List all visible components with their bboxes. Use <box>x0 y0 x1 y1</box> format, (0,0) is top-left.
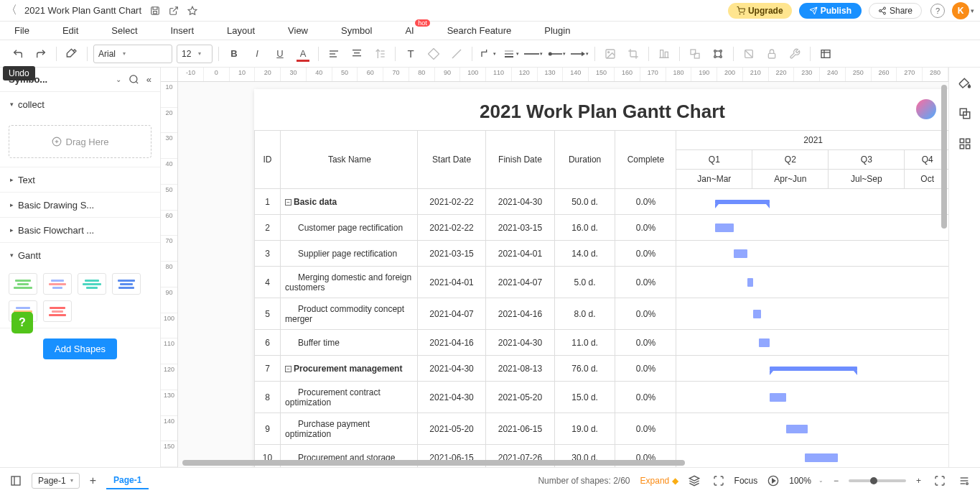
layers-icon[interactable] <box>955 103 975 124</box>
publish-button[interactable]: Publish <box>799 3 862 19</box>
paint-bucket-icon[interactable] <box>955 73 975 93</box>
focus-label[interactable]: Focus <box>734 476 758 486</box>
share-button[interactable]: Share <box>869 3 922 19</box>
font-family-dropdown[interactable]: Arial▾ <box>93 45 172 63</box>
align-h-button[interactable] <box>325 45 343 63</box>
timeline-q1: Q1 <box>676 150 752 170</box>
font-size-dropdown[interactable]: 12▾ <box>177 45 213 63</box>
menu-symbol[interactable]: Symbol <box>341 25 372 36</box>
add-shapes-button[interactable]: Add Shapes <box>43 338 117 359</box>
gantt-shape-thumb[interactable] <box>43 300 72 322</box>
expand-link[interactable]: Expand ◆ <box>640 476 678 486</box>
table-row[interactable]: 8Procurement contract optimization2021-0… <box>255 382 949 413</box>
menu-insert[interactable]: Insert <box>171 25 195 36</box>
collapse-sidebar-icon[interactable]: « <box>146 74 151 85</box>
avatar-caret-icon[interactable]: ▾ <box>971 7 974 14</box>
menu-select[interactable]: Select <box>111 25 137 36</box>
svg-point-10 <box>883 12 885 14</box>
fullscreen-icon[interactable] <box>931 475 948 487</box>
align-v-button[interactable] <box>347 45 366 63</box>
app-logo-icon <box>916 99 936 119</box>
underline-button[interactable]: U <box>271 45 289 63</box>
zoom-slider[interactable] <box>849 479 906 482</box>
menu-view[interactable]: View <box>288 25 308 36</box>
layers-bottom-icon[interactable] <box>686 475 703 487</box>
page-selector-dropdown[interactable]: Page-1▾ <box>32 473 80 489</box>
table-row[interactable]: 7−Procurement management2021-04-302021-0… <box>255 356 949 382</box>
gantt-shape-thumb[interactable] <box>78 273 106 295</box>
align-objects-button[interactable] <box>655 45 673 63</box>
format-painter-button[interactable] <box>62 45 81 63</box>
star-icon[interactable] <box>187 6 197 16</box>
undo-button[interactable] <box>9 45 27 63</box>
help-icon[interactable]: ? <box>930 4 945 18</box>
canvas[interactable]: -100102030405060708090100110120130140150… <box>161 68 948 467</box>
canvas-scrollbar-horizontal[interactable] <box>182 460 938 466</box>
gantt-shape-thumb[interactable] <box>112 273 141 295</box>
add-page-button[interactable]: + <box>87 474 99 487</box>
arrow-end-button[interactable]: ▾ <box>570 45 589 63</box>
bold-button[interactable]: B <box>225 45 243 63</box>
upgrade-button[interactable]: Upgrade <box>728 3 792 19</box>
italic-button[interactable]: I <box>248 45 266 63</box>
zoom-out-button[interactable]: − <box>831 476 841 486</box>
page-canvas-content[interactable]: 2021 Work Plan Gantt Chart ID Task Name … <box>254 89 948 467</box>
menu-edit[interactable]: Edit <box>62 25 78 36</box>
menu-ai[interactable]: AIhot <box>405 25 414 36</box>
sidebar-section-basic-flowchart[interactable]: ▸Basic Flowchart ... <box>0 218 160 242</box>
sidebar-title-caret-icon[interactable]: ⌄ <box>116 75 121 83</box>
focus-icon[interactable] <box>710 475 727 487</box>
insert-image-button[interactable] <box>601 45 620 63</box>
sidebar-section-collect[interactable]: ▾collect <box>0 92 160 116</box>
presentation-icon[interactable] <box>765 475 782 487</box>
canvas-scrollbar-vertical[interactable] <box>941 85 947 460</box>
drag-here-box[interactable]: Drag Here <box>9 125 151 158</box>
connector-button[interactable]: ▾ <box>478 45 497 63</box>
auto-layout-button[interactable] <box>709 45 727 63</box>
gantt-shape-thumb[interactable] <box>43 273 72 295</box>
search-icon[interactable] <box>129 74 139 85</box>
table-row[interactable]: 2Customer page rectification2021-02-2220… <box>255 215 949 241</box>
table-row[interactable]: 9Purchase payment optimization2021-05-20… <box>255 413 949 445</box>
table-row[interactable]: 1−Basic data2021-02-222021-04-3050.0 d.0… <box>255 189 949 215</box>
gantt-settings-button[interactable] <box>816 45 835 63</box>
arrow-start-button[interactable]: ▾ <box>547 45 566 63</box>
col-duration: Duration <box>554 131 615 189</box>
redo-button[interactable] <box>32 45 50 63</box>
line-spacing-button[interactable] <box>370 45 389 63</box>
menu-plugin[interactable]: Plugin <box>544 25 570 36</box>
help-bubble-icon[interactable]: ? <box>11 312 33 333</box>
sidebar-section-basic-drawing[interactable]: ▸Basic Drawing S... <box>0 193 160 217</box>
settings-list-icon[interactable] <box>956 475 973 487</box>
text-tool-button[interactable]: T <box>401 45 420 63</box>
open-external-icon[interactable] <box>169 6 179 16</box>
zoom-value[interactable]: 100% <box>789 476 811 486</box>
lock-button[interactable] <box>762 45 781 63</box>
sidebar-section-gantt[interactable]: ▾Gantt <box>0 243 160 267</box>
line-color-button[interactable] <box>447 45 466 63</box>
lock-aspect-button[interactable] <box>739 45 758 63</box>
table-row[interactable]: 5Product commodity concept merger2021-04… <box>255 298 949 330</box>
page-tab[interactable]: Page-1 <box>106 472 149 489</box>
menu-layout[interactable]: Layout <box>227 25 255 36</box>
line-weight-button[interactable]: ▾ <box>501 45 520 63</box>
crop-button[interactable] <box>624 45 643 63</box>
gantt-shape-thumb[interactable] <box>9 273 37 295</box>
tools-button[interactable] <box>785 45 804 63</box>
group-button[interactable] <box>686 45 704 63</box>
font-color-button[interactable]: A <box>294 45 312 63</box>
save-icon[interactable] <box>150 6 160 16</box>
table-row[interactable]: 3Supplier page rectification2021-03-1520… <box>255 241 949 267</box>
grid-icon[interactable] <box>955 134 975 154</box>
sidebar-section-text[interactable]: ▸Text <box>0 167 160 192</box>
line-dash-button[interactable]: ▾ <box>524 45 543 63</box>
menu-file[interactable]: File <box>14 25 29 36</box>
table-row[interactable]: 4Merging domestic and foreign customers2… <box>255 267 949 298</box>
outline-panel-icon[interactable] <box>7 475 24 487</box>
avatar[interactable]: K <box>952 2 969 19</box>
back-icon[interactable]: 〈 <box>6 3 19 18</box>
fill-color-button[interactable] <box>424 45 443 63</box>
zoom-in-button[interactable]: + <box>913 476 924 486</box>
table-row[interactable]: 6Buffer time2021-04-162021-04-3011.0 d.0… <box>255 330 949 356</box>
menu-search-feature[interactable]: Search Feature <box>447 25 512 36</box>
